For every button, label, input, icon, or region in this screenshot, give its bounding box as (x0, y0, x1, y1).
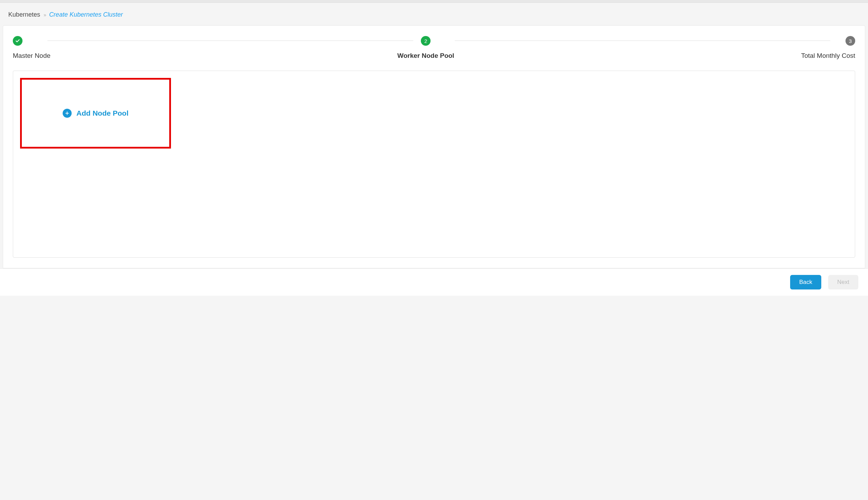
step-circle-done (13, 36, 22, 46)
stepper-line (455, 41, 830, 41)
breadcrumb-area: Kubernetes » Create Kubernetes Cluster (0, 3, 868, 25)
breadcrumb-separator: » (44, 12, 46, 18)
breadcrumb-root[interactable]: Kubernetes (8, 11, 40, 18)
stepper: Master Node 2 Worker Node Pool 3 Total M… (13, 36, 855, 60)
step-label: Master Node (13, 52, 51, 60)
add-node-pool-label: Add Node Pool (76, 109, 129, 117)
step-circle-active: 2 (421, 36, 431, 46)
breadcrumb: Kubernetes » Create Kubernetes Cluster (8, 11, 860, 18)
step-circle-pending: 3 (846, 36, 855, 46)
stepper-line (47, 41, 413, 41)
breadcrumb-current[interactable]: Create Kubernetes Cluster (49, 11, 123, 18)
back-button[interactable]: Back (790, 275, 821, 289)
step-total-monthly-cost[interactable]: 3 Total Monthly Cost (801, 36, 855, 60)
step-label: Worker Node Pool (397, 52, 454, 60)
add-node-pool-button[interactable]: Add Node Pool (20, 78, 171, 149)
main-card: Master Node 2 Worker Node Pool 3 Total M… (3, 25, 865, 268)
step-master-node[interactable]: Master Node (13, 36, 51, 60)
add-node-pool-inner: Add Node Pool (63, 109, 129, 118)
content-box: Add Node Pool (13, 71, 855, 258)
check-icon (15, 38, 20, 43)
next-button: Next (828, 275, 858, 289)
footer-bar: Back Next (0, 268, 868, 296)
top-border (0, 0, 868, 3)
plus-circle-icon (63, 109, 72, 118)
step-worker-node-pool[interactable]: 2 Worker Node Pool (397, 36, 454, 60)
step-label: Total Monthly Cost (801, 52, 855, 60)
